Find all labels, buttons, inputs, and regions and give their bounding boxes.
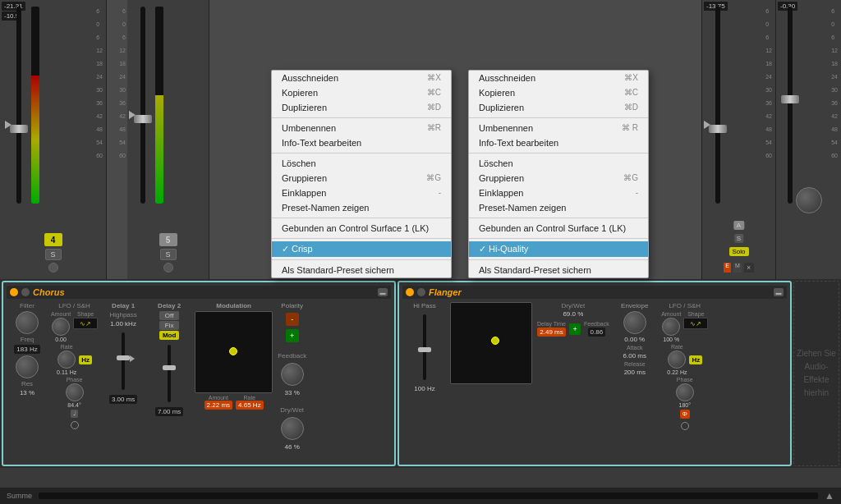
chorus-lfo-amount: Amount 0.00 — [51, 311, 71, 342]
chorus-xy-pad[interactable] — [195, 311, 273, 393]
flanger-plus-btn[interactable]: + — [569, 323, 581, 335]
ctx-right-hiquality[interactable]: ✓ Hi-Quality — [469, 241, 648, 257]
chorus-shape-display[interactable]: ∿↗ — [73, 318, 98, 329]
flanger-shape-display[interactable]: ∿↗ — [683, 318, 708, 329]
flanger-amount-knob[interactable] — [662, 318, 680, 336]
bottom-arrow-up[interactable]: ▲ — [825, 490, 834, 502]
rtrack1-solo-btn[interactable]: Solo — [728, 247, 748, 256]
ctx-left-dup[interactable]: Duplizieren ⌘D — [272, 100, 451, 115]
m-badge[interactable]: M — [733, 263, 742, 273]
ctx-right-delete[interactable]: Löschen — [469, 156, 648, 171]
flanger-hz-badge[interactable]: Hz — [689, 355, 702, 364]
flanger-icon-circle[interactable] — [681, 422, 689, 430]
chorus-delay1-fader-handle[interactable] — [117, 355, 130, 360]
flanger-phi-badge[interactable]: Φ — [680, 410, 690, 419]
ctx-right-copy[interactable]: Kopieren ⌘C — [469, 85, 648, 100]
ctx-left-sep3 — [272, 218, 451, 218]
ctx-right-save-preset[interactable]: Als Standard-Preset sichern — [469, 263, 648, 277]
ctx-left-delete[interactable]: Löschen — [272, 156, 451, 171]
flanger-phase-knob[interactable] — [676, 383, 694, 401]
ctx-right-dup[interactable]: Duplizieren ⌘D — [469, 100, 648, 115]
flanger-rate-value: 0.22 Hz — [667, 369, 687, 375]
flanger-save-btn[interactable]: ▬ — [774, 288, 784, 296]
chorus-icon-btn[interactable] — [21, 288, 30, 296]
chorus-mod-values: Amount 2.22 ms Rate 4.65 Hz — [205, 395, 264, 410]
flanger-xy-pad[interactable] — [450, 302, 532, 384]
rtrack2-fader-handle[interactable] — [781, 95, 799, 103]
track1-rec-dot[interactable] — [48, 263, 58, 273]
flanger-phase-group: Phase 180° — [676, 377, 694, 408]
flanger-envelope-knob[interactable] — [623, 311, 646, 334]
ctx-right-sep2 — [469, 153, 648, 153]
chorus-freq-label: Freq — [21, 336, 34, 343]
chorus-freq-knob[interactable] — [16, 311, 39, 334]
chorus-delay1-label: Delay 1 — [112, 302, 135, 309]
flanger-drywet-label: Dry/Wet — [562, 302, 586, 309]
track2-rec-dot[interactable] — [163, 263, 173, 273]
track1-fader-handle[interactable] — [10, 125, 28, 133]
track2-fader-handle[interactable] — [134, 115, 152, 123]
chorus-hz-badge[interactable]: Hz — [79, 355, 92, 364]
flanger-icon-btn[interactable] — [417, 288, 425, 296]
chorus-drywet-knob[interactable] — [281, 417, 304, 440]
ctx-left-bind[interactable]: Gebunden an Control Surface 1 (LK) — [272, 221, 451, 236]
chorus-icon-circle[interactable] — [71, 421, 79, 429]
chorus-controls: Filter Freq 183 Hz Res 13 % LFO / S&H Am… — [7, 302, 391, 451]
flanger-hipass-label: Hi Pass — [413, 302, 436, 309]
ctx-left-rename[interactable]: Umbenennen ⌘R — [272, 121, 451, 135]
ctx-left-preset[interactable]: Preset-Namen zeigen — [272, 200, 451, 215]
ctx-left-sep4 — [272, 238, 451, 239]
flanger-rate-knob[interactable] — [668, 351, 686, 369]
ctx-left-infotext[interactable]: Info-Text bearbeiten — [272, 135, 451, 150]
chorus-polarity-plus[interactable]: + — [286, 329, 299, 342]
ctx-left-copy[interactable]: Kopieren ⌘C — [272, 85, 451, 100]
chorus-rate-knob[interactable] — [57, 351, 76, 369]
chorus-delay2-fader-handle[interactable] — [163, 365, 176, 370]
ctx-left-crisp[interactable]: ✓ Crisp — [272, 241, 451, 257]
track1-scale: 6 0 6 12 18 24 30 36 42 48 54 60 — [96, 8, 103, 158]
chorus-mod-amount-val: 2.22 ms — [205, 401, 232, 410]
chorus-mod-btn[interactable]: Mod — [159, 331, 179, 340]
chorus-amount-knob[interactable] — [52, 318, 70, 336]
chorus-save-btn[interactable]: ▬ — [378, 288, 388, 296]
ctx-right-rename[interactable]: Umbenennen ⌘ R — [469, 121, 648, 135]
flanger-power-btn[interactable] — [406, 288, 414, 296]
track2-s-button[interactable]: S — [160, 249, 177, 260]
ctx-left-cut[interactable]: Ausschneiden ⌘X — [272, 71, 451, 85]
chorus-off-btn[interactable]: Off — [159, 311, 179, 320]
rtrack2-knob[interactable] — [796, 187, 822, 213]
chorus-note-btn[interactable]: ♩ — [71, 410, 78, 418]
flanger-controls: Hi Pass 100 Hz Dry/Wet — [402, 302, 787, 430]
flanger-right-section: Dry/Wet 69.0 % Delay Time 2.49 ms + Feed… — [537, 302, 609, 337]
ctx-right-cut[interactable]: Ausschneiden ⌘X — [469, 71, 648, 85]
chorus-power-btn[interactable] — [10, 288, 18, 296]
ctx-right-bind[interactable]: Gebunden an Control Surface 1 (LK) — [469, 221, 648, 236]
ctx-left-save-preset[interactable]: Als Standard-Preset sichern — [272, 263, 451, 277]
rtrack1-a-btn[interactable]: A — [733, 221, 744, 230]
flanger-feedback-group: Feedback 0.86 — [584, 321, 609, 337]
chorus-polarity-minus[interactable]: - — [286, 313, 299, 326]
chorus-phase-knob[interactable] — [66, 383, 84, 401]
ctx-right-group[interactable]: Gruppieren ⌘G — [469, 171, 648, 186]
x-badge[interactable]: × — [744, 263, 754, 273]
chorus-fix-btn[interactable]: Fix — [159, 321, 179, 330]
rtrack1-s-button[interactable]: S — [734, 234, 743, 243]
ctx-right-infotext[interactable]: Info-Text bearbeiten — [469, 135, 648, 150]
chorus-mod-amount: Amount 2.22 ms — [205, 395, 232, 410]
chorus-filter-section: Filter Freq 183 Hz Res 13 % — [8, 302, 46, 396]
chorus-feedback-knob[interactable] — [281, 363, 304, 386]
track1-s-button[interactable]: S — [45, 249, 62, 260]
e-badge[interactable]: E — [724, 263, 731, 273]
track1-number[interactable]: 4 — [44, 233, 62, 246]
rtrack1-fader-handle[interactable] — [709, 125, 727, 133]
ctx-left-collapse[interactable]: Einklappen - — [272, 186, 451, 200]
ctx-left-group[interactable]: Gruppieren ⌘G — [272, 171, 451, 186]
ctx-right-preset[interactable]: Preset-Namen zeigen — [469, 200, 648, 215]
context-menu-right: Ausschneiden ⌘X Kopieren ⌘C Duplizieren … — [468, 70, 649, 278]
flanger-hipass-fader-handle[interactable] — [418, 347, 431, 352]
ctx-right-collapse[interactable]: Einklappen - — [469, 186, 648, 200]
chorus-res-knob[interactable] — [16, 355, 39, 378]
track2-number[interactable]: 5 — [159, 233, 177, 246]
empty-slot-label: Ziehen Sie Audio-Effekte hierhin — [794, 347, 839, 400]
flanger-lfo-shape: Shape ∿↗ — [683, 311, 708, 342]
